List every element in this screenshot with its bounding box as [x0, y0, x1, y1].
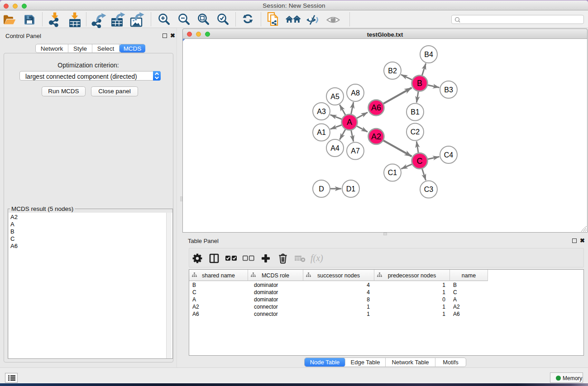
- svg-text:B4: B4: [424, 51, 433, 58]
- svg-text:A3: A3: [317, 108, 326, 115]
- svg-text:A1: A1: [317, 129, 326, 136]
- svg-text:B3: B3: [444, 86, 453, 94]
- svg-text:A5: A5: [330, 93, 339, 100]
- svg-text:A7: A7: [351, 147, 360, 155]
- svg-text:A4: A4: [330, 144, 339, 152]
- svg-text:C4: C4: [444, 151, 454, 159]
- svg-text:D: D: [319, 185, 324, 193]
- svg-text:B: B: [417, 79, 422, 88]
- svg-text:D1: D1: [346, 185, 356, 193]
- svg-text:A2: A2: [371, 132, 381, 141]
- svg-text:C3: C3: [424, 186, 434, 193]
- svg-text:B2: B2: [388, 67, 397, 75]
- svg-text:C1: C1: [388, 169, 397, 176]
- svg-text:C: C: [417, 157, 423, 166]
- svg-text:C2: C2: [411, 128, 420, 136]
- svg-text:A6: A6: [371, 103, 381, 112]
- svg-text:B1: B1: [411, 108, 420, 116]
- svg-text:A8: A8: [351, 89, 360, 97]
- svg-text:A: A: [347, 118, 352, 127]
